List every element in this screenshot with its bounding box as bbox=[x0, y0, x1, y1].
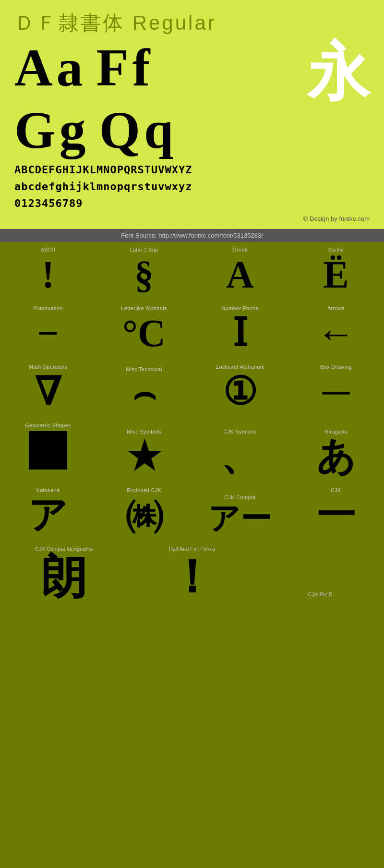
glyph-cyrilic: Ë bbox=[323, 255, 348, 294]
glyph-enclosed-alphanum: ① bbox=[223, 373, 257, 411]
top-section: ＤＦ隷書体 Regular Aa Ff 永 Gg Qq ABCDEFGHIJKL… bbox=[0, 0, 384, 229]
glyph-half-full-forms: ！ bbox=[169, 555, 215, 600]
cell-half-full-forms: Half And Full Forms ！ bbox=[128, 541, 256, 607]
label-letterlike: Letterlike Symbols bbox=[121, 305, 167, 311]
source-bar: Font Source: http://www.fontke.com/font/… bbox=[0, 229, 384, 242]
cell-arrows: Arrows ← bbox=[288, 301, 384, 359]
cell-cjk: CJK 一 bbox=[288, 482, 384, 541]
glyph-cjk: 一 bbox=[317, 496, 355, 534]
label-numforms: Number Forms bbox=[222, 305, 259, 311]
glyph-katakana: ア bbox=[28, 496, 68, 534]
cell-enclosedcjk: Enclosed CJK ㈱ bbox=[96, 482, 192, 541]
cell-cjksymbols: CJK Symbols 、 bbox=[192, 418, 288, 482]
cell-cjk-compat-ideographs: CJK Compat Ideographs 朗 bbox=[0, 541, 128, 607]
cell-cyrilic: Cyrilic Ë bbox=[288, 242, 384, 301]
label-arrows: Arrows bbox=[327, 305, 345, 311]
unicode-blocks-section: ASCII ! Latin 1 Sup § Greek Α Cyrilic Ë … bbox=[0, 242, 384, 616]
lowercase-row: abcdefghijklmnopqrstuvwxyz bbox=[14, 178, 370, 195]
black-square-icon bbox=[29, 431, 67, 470]
font-title: ＤＦ隷書体 Regular bbox=[14, 10, 370, 36]
cell-miscsymbols: Misc Symbols ★ bbox=[96, 418, 192, 482]
glyph-ascii: ! bbox=[42, 255, 55, 294]
label-cyrilic: Cyrilic bbox=[328, 247, 344, 253]
char-aa: Aa bbox=[14, 41, 86, 94]
glyph-hiragana: あ bbox=[316, 437, 356, 476]
cjk-yong: 永 bbox=[307, 41, 370, 104]
cell-misctech: Misc Technical ⌢ bbox=[96, 359, 192, 418]
cell-numforms: Number Forms Ⅰ bbox=[192, 301, 288, 359]
glyph-punctuation: − bbox=[37, 314, 59, 352]
glyph-enclosedcjk: ㈱ bbox=[125, 496, 163, 534]
cell-cjkcompat: CJK Compat アー bbox=[192, 482, 288, 541]
glyph-boxdrawing: ─ bbox=[323, 373, 350, 411]
label-boxdrawing: Box Drawing bbox=[320, 364, 352, 370]
label-cjksymbols: CJK Symbols bbox=[223, 429, 256, 434]
label-miscsymbols: Misc Symbols bbox=[127, 429, 161, 434]
label-mathops: Math Operators bbox=[29, 364, 68, 370]
cell-mathops: Math Operators ∇ bbox=[0, 359, 96, 418]
glyph-cjksymbols: 、 bbox=[221, 437, 259, 476]
glyph-cjk-compat-ideographs: 朗 bbox=[41, 555, 87, 600]
copyright: © Design by fontke.com bbox=[14, 215, 370, 224]
digits-row: 0123456789 bbox=[14, 195, 370, 212]
cell-letterlike: Letterlike Symbols °C bbox=[96, 301, 192, 359]
cell-geoshapes: Geometric Shapes bbox=[0, 418, 96, 482]
cell-greek: Greek Α bbox=[192, 242, 288, 301]
char-gg: Gg bbox=[14, 104, 90, 157]
cell-punctuation: Punctuation − bbox=[0, 301, 96, 359]
label-geoshapes: Geometric Shapes bbox=[25, 422, 71, 428]
label-cjk-ext-b: CJK Ext B bbox=[308, 591, 332, 597]
glyph-latin1sup: § bbox=[134, 255, 154, 294]
label-enclosedcjk: Enclosed CJK bbox=[127, 487, 162, 493]
label-cjk-compat-ideographs: CJK Compat Ideographs bbox=[35, 546, 93, 552]
cell-hiragana: Hiragana あ bbox=[288, 418, 384, 482]
label-cjkcompat: CJK Compat bbox=[224, 494, 255, 500]
char-ff: Ff bbox=[96, 41, 154, 94]
uppercase-row: ABCDEFGHIJKLMNOPQRSTUVWXYZ bbox=[14, 161, 370, 178]
label-greek: Greek bbox=[232, 247, 247, 253]
cell-latin1sup: Latin 1 Sup § bbox=[96, 242, 192, 301]
alphabet-section: ABCDEFGHIJKLMNOPQRSTUVWXYZ abcdefghijklm… bbox=[14, 161, 370, 212]
large-chars-row: Aa Ff 永 bbox=[14, 41, 370, 104]
label-half-full-forms: Half And Full Forms bbox=[169, 546, 216, 552]
glyph-cjkcompat: アー bbox=[208, 503, 272, 534]
cell-enclosed-alphanum: Enclosed Alphanum ① bbox=[192, 359, 288, 418]
glyph-arrows: ← bbox=[317, 314, 355, 352]
glyph-miscsymbols: ★ bbox=[127, 437, 161, 476]
label-enclosed-alphanum: Enclosed Alphanum bbox=[216, 364, 264, 370]
large-chars-row2: Gg Qq bbox=[14, 104, 370, 157]
glyph-numforms: Ⅰ bbox=[232, 314, 248, 352]
glyph-letterlike: °C bbox=[122, 314, 166, 352]
label-cjk: CJK bbox=[331, 487, 341, 493]
label-misctech: Misc Technical bbox=[126, 366, 162, 372]
label-hiragana: Hiragana bbox=[324, 429, 347, 434]
cell-cjk-ext-b: CJK Ext B bbox=[256, 541, 384, 607]
bottom-grid: CJK Compat Ideographs 朗 Half And Full Fo… bbox=[0, 541, 384, 616]
label-ascii: ASCII bbox=[41, 247, 55, 253]
label-punctuation: Punctuation bbox=[33, 305, 62, 311]
cell-katakana: Katakana ア bbox=[0, 482, 96, 541]
cell-boxdrawing: Box Drawing ─ bbox=[288, 359, 384, 418]
glyph-geoshapes bbox=[29, 431, 67, 476]
unicode-grid: ASCII ! Latin 1 Sup § Greek Α Cyrilic Ë … bbox=[0, 242, 384, 541]
label-latin1sup: Latin 1 Sup bbox=[130, 247, 158, 253]
glyph-greek: Α bbox=[226, 255, 254, 294]
glyph-misctech: ⌢ bbox=[132, 375, 156, 411]
glyph-mathops: ∇ bbox=[35, 373, 61, 411]
char-qq: Qq bbox=[99, 104, 178, 157]
cell-ascii: ASCII ! bbox=[0, 242, 96, 301]
label-katakana: Katakana bbox=[36, 487, 60, 493]
